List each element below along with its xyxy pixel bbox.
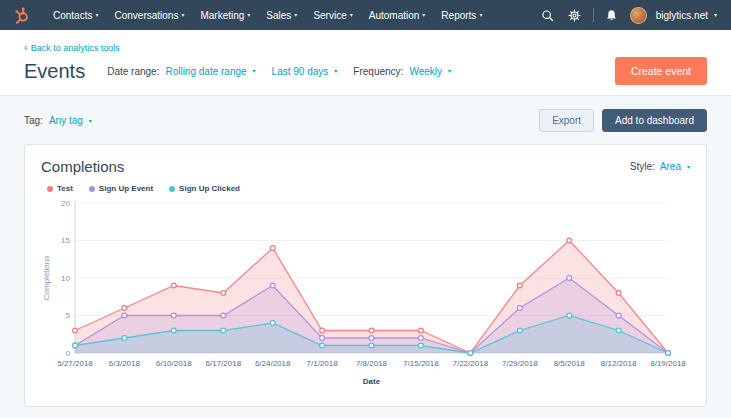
nav-item-label: Conversations — [114, 10, 178, 21]
nav-item-label: Service — [313, 10, 346, 21]
chevron-down-icon: ▾ — [479, 12, 482, 18]
nav-utilities: biglytics.net ▾ — [539, 6, 717, 24]
svg-text:8/19/2018: 8/19/2018 — [650, 359, 686, 368]
chevron-down-icon: ▾ — [253, 68, 256, 74]
legend-item-sign-up-clicked[interactable]: Sign Up Clicked — [169, 184, 240, 193]
nav-item-reports[interactable]: Reports ▾ — [433, 0, 490, 30]
tag-label: Tag: — [24, 115, 43, 126]
nav-item-label: Automation — [369, 10, 420, 21]
add-to-dashboard-button[interactable]: Add to dashboard — [602, 109, 707, 132]
svg-text:8/12/2018: 8/12/2018 — [601, 359, 637, 368]
svg-text:6/24/2018: 6/24/2018 — [255, 359, 291, 368]
date-controls: Date range: Rolling date range ▾ Last 90… — [107, 66, 451, 77]
toolbar: Tag: Any tag ▾ Export Add to dashboard — [0, 96, 731, 144]
chevron-down-icon: ▾ — [95, 12, 98, 18]
nav-item-sales[interactable]: Sales ▾ — [258, 0, 305, 30]
page-header: ‹ Back to analytics tools Events Date ra… — [0, 30, 731, 96]
page-title: Events — [24, 60, 85, 83]
style-dropdown[interactable]: Area ▾ — [660, 161, 690, 172]
nav-divider — [593, 8, 594, 22]
nav-item-label: Reports — [441, 10, 476, 21]
chevron-down-icon: ▾ — [687, 164, 690, 170]
nav-item-label: Marketing — [200, 10, 244, 21]
gear-icon[interactable] — [566, 6, 584, 24]
chevron-down-icon: ▾ — [89, 118, 92, 124]
svg-text:20: 20 — [61, 199, 70, 208]
svg-text:6/10/2018: 6/10/2018 — [156, 359, 192, 368]
nav-item-service[interactable]: Service ▾ — [305, 0, 360, 30]
legend-item-sign-up-event[interactable]: Sign Up Event — [89, 184, 153, 193]
tag-dropdown[interactable]: Any tag ▾ — [49, 115, 92, 126]
legend-dot — [89, 186, 95, 192]
back-link-label: Back to analytics tools — [31, 43, 120, 53]
nav-item-label: Contacts — [53, 10, 92, 21]
legend-item-test[interactable]: Test — [47, 184, 73, 193]
date-range-period-dropdown[interactable]: Last 90 days ▾ — [272, 66, 338, 77]
svg-text:Date: Date — [363, 377, 381, 386]
chevron-down-icon: ▾ — [294, 12, 297, 18]
top-navigation: Contacts ▾ Conversations ▾ Marketing ▾ S… — [0, 0, 731, 30]
svg-text:8/5/2018: 8/5/2018 — [554, 359, 586, 368]
style-label: Style: — [630, 161, 655, 172]
svg-text:6/17/2018: 6/17/2018 — [206, 359, 242, 368]
chevron-down-icon: ▾ — [181, 12, 184, 18]
svg-text:5: 5 — [66, 311, 71, 320]
svg-text:7/29/2018: 7/29/2018 — [502, 359, 538, 368]
svg-text:6/3/2018: 6/3/2018 — [109, 359, 141, 368]
hubspot-logo-icon[interactable] — [14, 7, 31, 24]
nav-item-automation[interactable]: Automation ▾ — [361, 0, 434, 30]
chevron-down-icon: ▾ — [350, 12, 353, 18]
date-range-period-value: Last 90 days — [272, 66, 329, 77]
nav-item-conversations[interactable]: Conversations ▾ — [106, 0, 192, 30]
legend-label: Sign Up Event — [99, 184, 153, 193]
bell-icon[interactable] — [603, 6, 621, 24]
date-range-label: Date range: — [107, 66, 159, 77]
legend-dot — [47, 186, 53, 192]
avatar[interactable] — [630, 7, 647, 24]
frequency-dropdown[interactable]: Weekly ▾ — [409, 66, 451, 77]
tag-value: Any tag — [49, 115, 83, 126]
completions-area-chart[interactable]: 051015205/27/20186/3/20186/10/20186/17/2… — [41, 195, 690, 387]
legend-label: Sign Up Clicked — [179, 184, 240, 193]
legend-dot — [169, 186, 175, 192]
date-range-type-dropdown[interactable]: Rolling date range ▾ — [165, 66, 255, 77]
svg-text:5/27/2018: 5/27/2018 — [57, 359, 93, 368]
svg-text:Completions: Completions — [42, 256, 51, 300]
back-to-analytics-link[interactable]: ‹ Back to analytics tools — [24, 42, 120, 53]
style-select: Style: Area ▾ — [630, 161, 690, 172]
chevron-down-icon: ▾ — [714, 12, 717, 18]
svg-text:10: 10 — [61, 274, 70, 283]
chevron-left-icon: ‹ — [24, 42, 28, 53]
svg-text:7/15/2018: 7/15/2018 — [403, 359, 439, 368]
legend-label: Test — [57, 184, 73, 193]
nav-item-label: Sales — [266, 10, 291, 21]
frequency-label: Frequency: — [353, 66, 403, 77]
chevron-down-icon: ▾ — [247, 12, 250, 18]
account-menu[interactable]: biglytics.net ▾ — [656, 10, 717, 21]
chevron-down-icon: ▾ — [422, 12, 425, 18]
chevron-down-icon: ▾ — [448, 68, 451, 74]
chart-legend: Test Sign Up Event Sign Up Clicked — [47, 184, 690, 193]
search-icon[interactable] — [539, 6, 557, 24]
svg-text:0: 0 — [66, 349, 71, 358]
nav-menu: Contacts ▾ Conversations ▾ Marketing ▾ S… — [45, 0, 490, 30]
frequency-value: Weekly — [409, 66, 442, 77]
svg-text:15: 15 — [61, 236, 70, 245]
date-range-type-value: Rolling date range — [165, 66, 246, 77]
svg-text:7/22/2018: 7/22/2018 — [453, 359, 489, 368]
card-title: Completions — [41, 158, 124, 175]
chevron-down-icon: ▾ — [334, 68, 337, 74]
nav-item-marketing[interactable]: Marketing ▾ — [192, 0, 258, 30]
create-event-button[interactable]: Create event — [615, 57, 707, 85]
export-button[interactable]: Export — [539, 109, 594, 132]
account-name: biglytics.net — [656, 10, 708, 21]
nav-item-contacts[interactable]: Contacts ▾ — [45, 0, 106, 30]
svg-text:7/8/2018: 7/8/2018 — [356, 359, 388, 368]
completions-card: Completions Style: Area ▾ Test Sign Up E… — [24, 144, 707, 407]
svg-text:7/1/2018: 7/1/2018 — [307, 359, 339, 368]
style-value: Area — [660, 161, 681, 172]
